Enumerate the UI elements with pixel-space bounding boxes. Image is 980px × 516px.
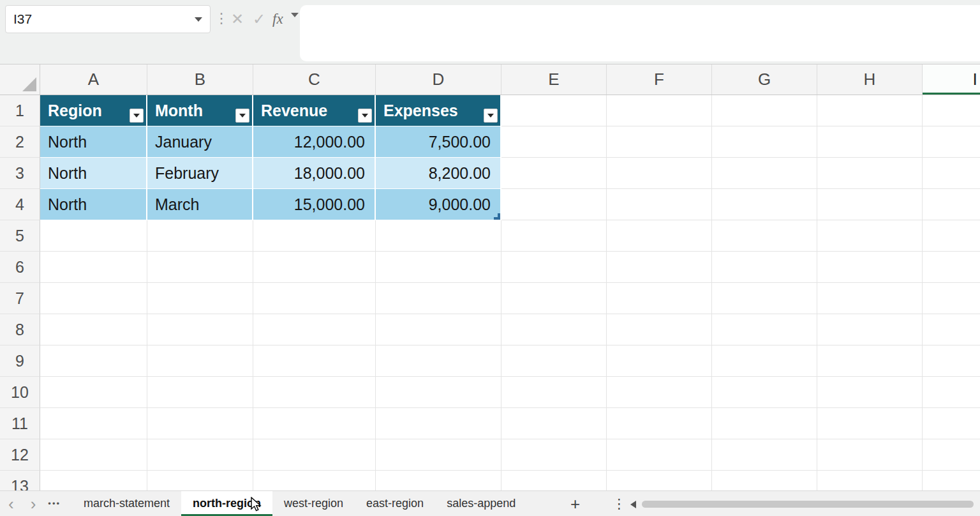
fx-icon[interactable]: fx [272, 10, 283, 29]
cell-D13[interactable] [376, 471, 501, 490]
cell-D11[interactable] [376, 408, 501, 439]
row-header-8[interactable]: 8 [0, 314, 40, 345]
cell-B1[interactable]: Month [147, 95, 253, 126]
cell-C13[interactable] [253, 471, 376, 490]
sheet-tab-march-statement[interactable]: march-statement [72, 491, 181, 516]
row-header-9[interactable]: 9 [0, 345, 40, 377]
sheet-tab-west-region[interactable]: west-region [272, 491, 355, 516]
column-header-I[interactable]: I [923, 64, 980, 95]
chevron-down-icon[interactable] [195, 17, 202, 22]
cell-F3[interactable] [607, 158, 712, 189]
cell-D5[interactable] [376, 220, 501, 252]
filter-button-month[interactable] [235, 109, 249, 123]
cell-E12[interactable] [501, 439, 607, 471]
cell-C7[interactable] [253, 283, 376, 314]
cell-E8[interactable] [501, 314, 607, 345]
all-sheets-button[interactable]: ••• [48, 499, 61, 508]
cell-I6[interactable] [923, 252, 980, 283]
cell-A10[interactable] [40, 377, 147, 408]
row-header-12[interactable]: 12 [0, 439, 40, 471]
cell-G7[interactable] [712, 283, 817, 314]
cell-A2[interactable]: North [40, 126, 147, 158]
hscroll-left-arrow-icon[interactable] [630, 501, 636, 508]
cell-G11[interactable] [712, 408, 817, 439]
sheet-tab-sales-append[interactable]: sales-append [435, 491, 527, 516]
cell-E2[interactable] [501, 126, 607, 158]
cell-D6[interactable] [376, 252, 501, 283]
cell-E1[interactable] [501, 95, 607, 126]
cell-A7[interactable] [40, 283, 147, 314]
cell-C12[interactable] [253, 439, 376, 471]
cell-F13[interactable] [607, 471, 712, 490]
cell-G3[interactable] [712, 158, 817, 189]
cell-B10[interactable] [147, 377, 253, 408]
row-header-13[interactable]: 13 [0, 471, 40, 490]
cell-D8[interactable] [376, 314, 501, 345]
row-header-5[interactable]: 5 [0, 220, 40, 252]
cell-H6[interactable] [817, 252, 923, 283]
cell-A11[interactable] [40, 408, 147, 439]
cell-B9[interactable] [147, 345, 253, 377]
cell-A6[interactable] [40, 252, 147, 283]
cell-H9[interactable] [817, 345, 923, 377]
cell-G12[interactable] [712, 439, 817, 471]
cell-B6[interactable] [147, 252, 253, 283]
row-header-2[interactable]: 2 [0, 126, 40, 158]
cell-B5[interactable] [147, 220, 253, 252]
table-resize-handle[interactable] [494, 213, 500, 220]
cell-D1[interactable]: Expenses [376, 95, 501, 126]
cell-E3[interactable] [501, 158, 607, 189]
cell-I2[interactable] [923, 126, 980, 158]
cell-B4[interactable]: March [147, 189, 253, 220]
cell-H3[interactable] [817, 158, 923, 189]
formula-expand-chevron-icon[interactable] [291, 17, 299, 36]
horizontal-scrollbar-thumb[interactable] [642, 501, 974, 508]
cell-B11[interactable] [147, 408, 253, 439]
cell-A8[interactable] [40, 314, 147, 345]
sheet-tab-east-region[interactable]: east-region [355, 491, 435, 516]
tabs-prev-button[interactable]: ‹ [0, 492, 22, 515]
cell-F12[interactable] [607, 439, 712, 471]
column-header-A[interactable]: A [40, 64, 147, 95]
cell-E10[interactable] [501, 377, 607, 408]
cell-A3[interactable]: North [40, 158, 147, 189]
name-box[interactable]: I37 [5, 5, 211, 33]
cell-H11[interactable] [817, 408, 923, 439]
column-header-H[interactable]: H [817, 64, 923, 95]
cell-C9[interactable] [253, 345, 376, 377]
cell-D12[interactable] [376, 439, 501, 471]
cell-E6[interactable] [501, 252, 607, 283]
cell-H1[interactable] [817, 95, 923, 126]
filter-button-region[interactable] [130, 109, 144, 123]
cell-B13[interactable] [147, 471, 253, 490]
row-header-11[interactable]: 11 [0, 408, 40, 439]
cell-I4[interactable] [923, 189, 980, 220]
cell-D2[interactable]: 7,500.00 [376, 126, 501, 158]
cell-G6[interactable] [712, 252, 817, 283]
cell-G4[interactable] [712, 189, 817, 220]
cell-C8[interactable] [253, 314, 376, 345]
cell-H2[interactable] [817, 126, 923, 158]
cell-D9[interactable] [376, 345, 501, 377]
cell-E11[interactable] [501, 408, 607, 439]
sheet-options-button[interactable]: ⋮ [607, 491, 631, 516]
cell-G10[interactable] [712, 377, 817, 408]
tabs-next-button[interactable]: › [22, 492, 45, 515]
cell-F7[interactable] [607, 283, 712, 314]
cell-E7[interactable] [501, 283, 607, 314]
cell-F5[interactable] [607, 220, 712, 252]
cell-I9[interactable] [923, 345, 980, 377]
cell-I11[interactable] [923, 408, 980, 439]
cell-D10[interactable] [376, 377, 501, 408]
cell-F6[interactable] [607, 252, 712, 283]
cell-I5[interactable] [923, 220, 980, 252]
cell-B3[interactable]: February [147, 158, 253, 189]
cell-H4[interactable] [817, 189, 923, 220]
cell-I13[interactable] [923, 471, 980, 490]
cell-I1[interactable] [923, 95, 980, 126]
row-header-10[interactable]: 10 [0, 377, 40, 408]
cell-B7[interactable] [147, 283, 253, 314]
column-header-G[interactable]: G [712, 64, 817, 95]
cell-C5[interactable] [253, 220, 376, 252]
column-header-E[interactable]: E [501, 64, 607, 95]
